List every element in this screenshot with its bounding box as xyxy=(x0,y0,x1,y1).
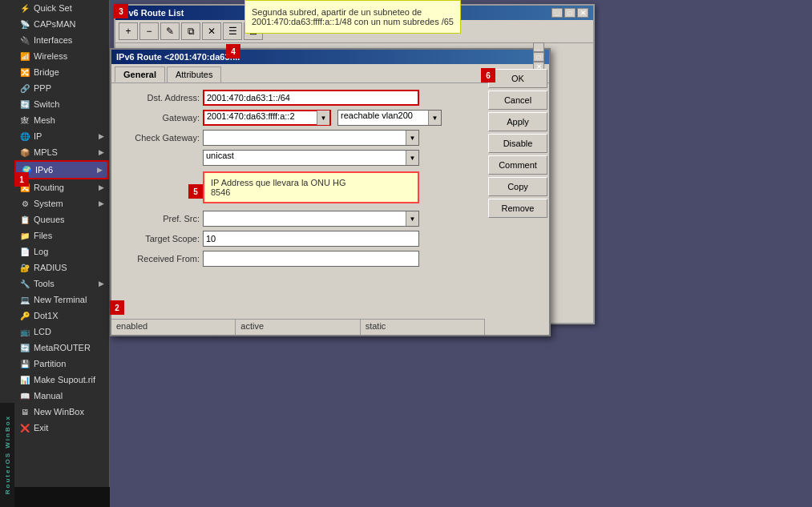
dialog-minimize-btn[interactable]: _ xyxy=(533,42,544,52)
sidebar-item-interfaces[interactable]: 🔌 Interfaces xyxy=(14,32,109,48)
dialog-maximize-btn[interactable]: □ xyxy=(533,52,544,62)
gateway-label: Gateway: xyxy=(119,113,200,123)
winbox-brand: RouterOS WinBox xyxy=(0,487,110,507)
switch-icon: 🔄 xyxy=(19,99,30,110)
check-gateway-arrow[interactable]: ▼ xyxy=(406,131,418,145)
sidebar: ⚡ Quick Set 📡 CAPsMAN 🔌 Interfaces 📶 Wir… xyxy=(0,0,110,507)
toolbar-remove-btn[interactable]: − xyxy=(139,22,159,40)
route-list-close-btn[interactable]: ✕ xyxy=(577,8,588,18)
tab-general[interactable]: General xyxy=(115,66,165,82)
sidebar-label-queues: Queues xyxy=(34,215,65,224)
sidebar-item-ip[interactable]: 🌐 IP ▶ xyxy=(14,128,109,144)
disable-button[interactable]: Disable xyxy=(488,134,547,153)
interfaces-icon: 🔌 xyxy=(19,34,30,46)
sidebar-item-ppp[interactable]: 🔗 PPP xyxy=(14,80,109,96)
tooltip-text: Segunda subred, apartir de un subneteo d… xyxy=(252,7,454,26)
sidebar-item-new-terminal[interactable]: 💻 New Terminal xyxy=(14,292,109,308)
received-from-input[interactable] xyxy=(203,251,419,267)
sidebar-item-new-winbox[interactable]: 🖥 New WinBox xyxy=(14,404,109,420)
route-list-maximize-btn[interactable]: □ xyxy=(564,8,576,18)
lcd-icon: 📺 xyxy=(19,326,30,337)
tab-attributes[interactable]: Attributes xyxy=(167,66,221,82)
system-icon: ⚙ xyxy=(19,198,30,209)
route-list-minimize-btn[interactable]: _ xyxy=(551,8,563,18)
status-cell-3: static xyxy=(361,320,485,335)
winbox-icon: 🖥 xyxy=(19,406,30,417)
remove-button[interactable]: Remove xyxy=(488,199,547,218)
toolbar-more-btn[interactable]: ☰ xyxy=(223,22,242,40)
toolbar-add-btn[interactable]: + xyxy=(119,22,138,40)
pref-src-arrow[interactable]: ▼ xyxy=(406,211,418,226)
sidebar-item-dot1x[interactable]: 🔑 Dot1X xyxy=(14,308,109,324)
sidebar-label-ppp: PPP xyxy=(34,83,51,93)
badge-4: 4 xyxy=(226,44,240,58)
target-scope-input[interactable] xyxy=(203,231,419,247)
sidebar-item-mpls[interactable]: 📦 MPLS ▶ xyxy=(14,144,109,160)
sidebar-item-lcd[interactable]: 📺 LCD xyxy=(14,324,109,340)
sidebar-item-make-supout[interactable]: 📊 Make Supout.rif xyxy=(14,372,109,388)
dialog-titlebar: IPv6 Route <2001:470:da63:... _ □ ✕ xyxy=(111,50,549,64)
dst-address-input[interactable] xyxy=(203,90,419,106)
main-area: IPv6 Route List _ □ ✕ + − ✎ ⧉ ✕ xyxy=(110,0,812,507)
sidebar-item-log[interactable]: 📄 Log xyxy=(14,243,109,260)
route-list-title: IPv6 Route List xyxy=(120,8,184,18)
ip-arrow: ▶ xyxy=(99,132,104,140)
sidebar-item-manual[interactable]: 📖 Manual xyxy=(14,388,109,404)
sidebar-item-radius[interactable]: 🔐 RADIUS xyxy=(14,260,109,276)
sidebar-item-mesh[interactable]: 🕸 Mesh xyxy=(14,112,109,128)
sidebar-label-metarouter: MetaROUTER xyxy=(34,343,91,352)
sidebar-item-metarouter[interactable]: 🔄 MetaROUTER xyxy=(14,340,109,356)
toolbar-edit-btn[interactable]: ✎ xyxy=(160,22,180,40)
sidebar-item-tools[interactable]: 🔧 Tools ▶ xyxy=(14,276,109,292)
sidebar-item-quick-set[interactable]: ⚡ Quick Set xyxy=(14,0,109,16)
badge-6: 6 xyxy=(481,68,495,82)
route-list-win-controls: _ □ ✕ xyxy=(551,8,588,18)
sidebar-item-capsman[interactable]: 📡 CAPsMAN xyxy=(14,16,109,32)
sidebar-item-partition[interactable]: 💾 Partition xyxy=(14,356,109,372)
sidebar-item-bridge[interactable]: 🔀 Bridge xyxy=(14,64,109,80)
copy-button[interactable]: Copy xyxy=(488,177,547,196)
sidebar-label-routing: Routing xyxy=(34,183,64,192)
ok-button[interactable]: OK xyxy=(488,69,547,88)
sidebar-item-queues[interactable]: 📋 Queues xyxy=(14,211,109,227)
dst-address-label: Dst. Address: xyxy=(119,93,200,103)
apply-button[interactable]: Apply xyxy=(488,112,547,131)
remove-icon: − xyxy=(146,26,151,37)
comment-button[interactable]: Comment xyxy=(488,155,547,175)
form-row-pref-src: Pref. Src: ▼ xyxy=(119,211,541,227)
dialog-buttons: OK Cancel Apply Disable Comment Copy Rem… xyxy=(485,64,549,223)
tools-icon: 🔧 xyxy=(19,278,30,289)
mpls-arrow: ▶ xyxy=(99,148,104,156)
sidebar-label-new-terminal: New Terminal xyxy=(34,295,87,304)
gateway-select[interactable]: 2001:470:da63:ffff:a::2 ▼ xyxy=(203,110,331,126)
status-cell-1: enabled xyxy=(111,320,236,335)
gateway-note-select[interactable]: reachable vlan200 ▼ xyxy=(337,110,442,126)
gateway-note-arrow[interactable]: ▼ xyxy=(428,111,441,125)
dialog-status-bar: enabled active static xyxy=(111,319,485,335)
cancel-button[interactable]: Cancel xyxy=(488,91,547,110)
supout-icon: 📊 xyxy=(19,374,30,385)
log-icon: 📄 xyxy=(19,246,30,257)
sidebar-item-wireless[interactable]: 📶 Wireless xyxy=(14,48,109,64)
sidebar-label-make-supout: Make Supout.rif xyxy=(34,375,95,384)
gateway-value: 2001:470:da63:ffff:a::2 xyxy=(204,111,317,124)
terminal-icon: 💻 xyxy=(19,294,30,305)
routing-arrow: ▶ xyxy=(99,183,104,191)
edit-icon: ✎ xyxy=(166,26,174,37)
sidebar-item-files[interactable]: 📁 Files xyxy=(14,227,109,243)
received-from-label: Received From: xyxy=(119,254,200,264)
toolbar-reset-btn[interactable]: ✕ xyxy=(202,22,221,40)
sidebar-item-switch[interactable]: 🔄 Switch xyxy=(14,96,109,112)
pref-src-select[interactable]: ▼ xyxy=(203,211,419,227)
check-gateway-select[interactable]: ▼ xyxy=(203,130,419,146)
check-gateway-label: Check Gateway: xyxy=(119,133,200,143)
toolbar-copy-btn[interactable]: ⧉ xyxy=(181,22,200,40)
type-select-arrow[interactable]: ▼ xyxy=(406,151,418,165)
type-select[interactable]: unicast ▼ xyxy=(203,150,419,166)
gateway-dropdown-arrow[interactable]: ▼ xyxy=(317,111,329,125)
sidebar-label-manual: Manual xyxy=(34,391,63,400)
sidebar-item-exit[interactable]: ❌ Exit xyxy=(14,420,109,436)
sidebar-label-tools: Tools xyxy=(34,279,55,288)
pref-src-label: Pref. Src: xyxy=(119,214,200,223)
sidebar-item-system[interactable]: ⚙ System ▶ xyxy=(14,195,109,211)
